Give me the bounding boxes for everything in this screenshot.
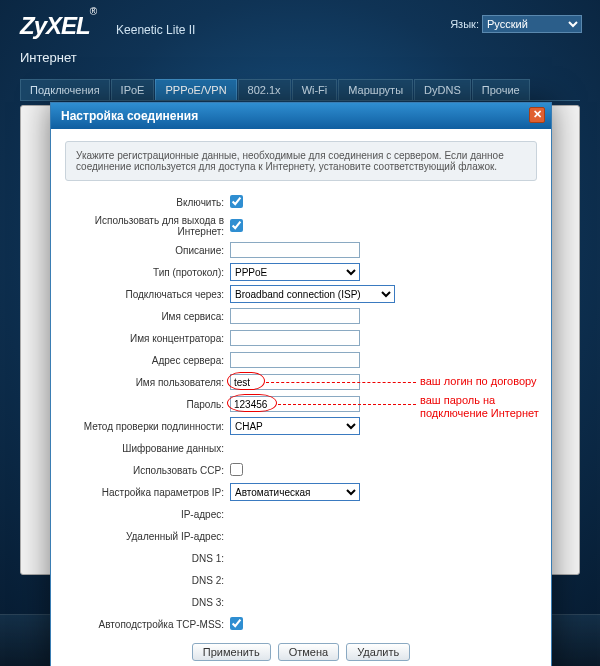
tab-ipoe[interactable]: IPoE	[111, 79, 155, 100]
label-password: Пароль:	[65, 399, 230, 410]
label-server: Адрес сервера:	[65, 355, 230, 366]
label-description: Описание:	[65, 245, 230, 256]
label-dns1: DNS 1:	[65, 553, 230, 564]
label-ip: IP-адрес:	[65, 509, 230, 520]
language-selector: Язык: Русский	[450, 15, 582, 33]
input-description[interactable]	[230, 242, 360, 258]
page-title: Интернет	[20, 50, 580, 65]
cancel-button[interactable]: Отмена	[278, 643, 339, 661]
label-protocol: Тип (протокол):	[65, 267, 230, 278]
apply-button[interactable]: Применить	[192, 643, 271, 661]
checkbox-ccp[interactable]	[230, 463, 243, 476]
model-name: Keenetic Lite II	[116, 23, 195, 37]
tab-pppoe-vpn[interactable]: PPPoE/VPN	[155, 79, 236, 100]
label-enable: Включить:	[65, 197, 230, 208]
select-auth[interactable]: CHAP	[230, 417, 360, 435]
checkbox-enable[interactable]	[230, 195, 243, 208]
close-icon[interactable]: ✕	[529, 107, 545, 123]
tab-8021x[interactable]: 802.1x	[238, 79, 291, 100]
label-via: Подключаться через:	[65, 289, 230, 300]
label-encrypt: Шифрование данных:	[65, 443, 230, 454]
label-username: Имя пользователя:	[65, 377, 230, 388]
info-box: Укажите регистрационные данные, необходи…	[65, 141, 537, 181]
select-connect-via[interactable]: Broadband connection (ISP)	[230, 285, 395, 303]
label-ccp: Использовать CCP:	[65, 465, 230, 476]
label-service: Имя сервиса:	[65, 311, 230, 322]
label-remote-ip: Удаленный IP-адрес:	[65, 531, 230, 542]
label-use-internet: Использовать для выхода в Интернет:	[65, 215, 230, 237]
label-ipcfg: Настройка параметров IP:	[65, 487, 230, 498]
modal-title-bar: Настройка соединения ✕	[51, 103, 551, 129]
checkbox-tcpmss[interactable]	[230, 617, 243, 630]
label-dns2: DNS 2:	[65, 575, 230, 586]
input-concentrator[interactable]	[230, 330, 360, 346]
brand-logo: ZyXEL®	[20, 12, 96, 40]
tab-bar: Подключения IPoE PPPoE/VPN 802.1x Wi-Fi …	[20, 79, 580, 101]
annotation-line-password	[278, 404, 416, 405]
label-concentrator: Имя концентратора:	[65, 333, 230, 344]
tab-routes[interactable]: Маршруты	[338, 79, 413, 100]
label-dns3: DNS 3:	[65, 597, 230, 608]
select-protocol[interactable]: PPPoE	[230, 263, 360, 281]
select-ipcfg[interactable]: Автоматическая	[230, 483, 360, 501]
tab-connections[interactable]: Подключения	[20, 79, 110, 100]
tab-dydns[interactable]: DyDNS	[414, 79, 471, 100]
input-server[interactable]	[230, 352, 360, 368]
label-auth: Метод проверки подлинности:	[65, 421, 230, 432]
annotation-line-login	[266, 382, 416, 383]
label-tcpmss: Автоподстройка TCP-MSS:	[65, 619, 230, 630]
delete-button[interactable]: Удалить	[346, 643, 410, 661]
tab-wifi[interactable]: Wi-Fi	[292, 79, 338, 100]
input-service[interactable]	[230, 308, 360, 324]
language-select[interactable]: Русский	[482, 15, 582, 33]
connection-settings-modal: Настройка соединения ✕ Укажите регистрац…	[50, 102, 552, 666]
checkbox-use-internet[interactable]	[230, 219, 243, 232]
modal-title: Настройка соединения	[61, 109, 198, 123]
annotation-text-login: ваш логин по договору	[420, 375, 537, 388]
tab-other[interactable]: Прочие	[472, 79, 530, 100]
